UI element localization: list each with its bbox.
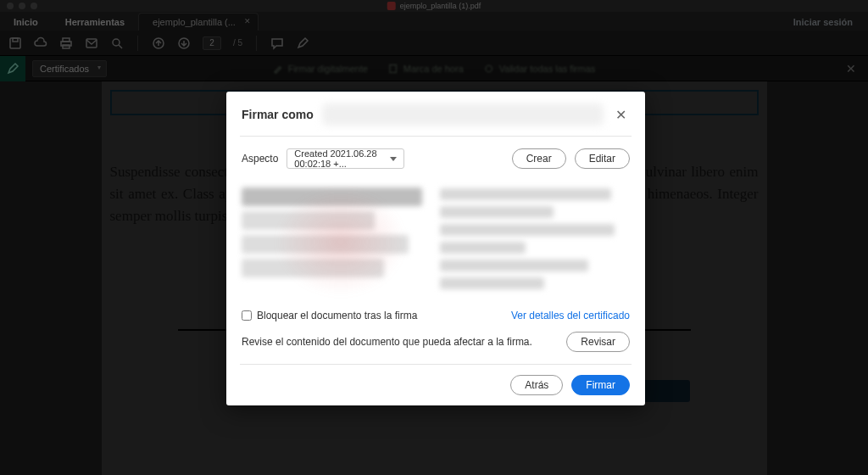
view-certificate-link[interactable]: Ver detalles del certificado — [511, 310, 630, 321]
review-text: Revise el contenido del documento que pu… — [242, 336, 532, 348]
lock-checkbox-label[interactable]: Bloquear el documento tras la firma — [242, 310, 417, 321]
lock-row: Bloquear el documento tras la firma Ver … — [240, 301, 632, 325]
create-button[interactable]: Crear — [512, 148, 566, 169]
aspect-select[interactable]: Created 2021.06.28 00:02:18 +... — [287, 148, 404, 169]
lock-label-text: Bloquear el documento tras la firma — [257, 310, 417, 321]
review-button[interactable]: Revisar — [566, 332, 630, 352]
modal-close-icon[interactable]: ✕ — [612, 107, 630, 123]
signature-preview-name-redacted — [242, 182, 431, 301]
aspect-row: Aspecto Created 2021.06.28 00:02:18 +...… — [240, 137, 632, 181]
signature-preview — [242, 182, 630, 301]
back-button[interactable]: Atrás — [510, 375, 563, 395]
sign-modal: Firmar como ✕ Aspecto Created 2021.06.28… — [226, 92, 645, 405]
signature-preview-details-redacted — [440, 182, 630, 301]
modal-footer: Atrás Firmar — [240, 364, 632, 395]
aspect-label: Aspecto — [242, 153, 278, 165]
edit-button[interactable]: Editar — [575, 148, 630, 169]
modal-signer-redacted — [322, 103, 604, 126]
sign-button[interactable]: Firmar — [571, 375, 630, 395]
review-row: Revise el contenido del documento que pu… — [240, 325, 632, 364]
modal-header: Firmar como ✕ — [240, 92, 632, 137]
lock-checkbox[interactable] — [242, 310, 252, 321]
modal-title: Firmar como — [242, 108, 314, 121]
